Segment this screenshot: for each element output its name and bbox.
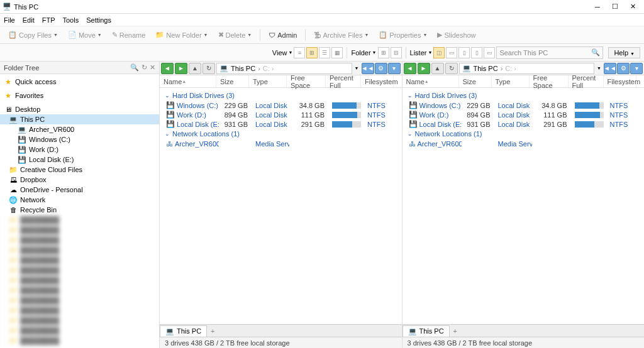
tab-add-button[interactable]: + [207,327,218,335]
breadcrumb[interactable]: 💻This PC›C: › [216,63,352,74]
drive-row[interactable]: 💾Work (D:)894 GBLocal Disk111 GBNTFS [402,110,645,119]
network-row[interactable]: 🖧Archer_VR600Media Server [402,139,645,148]
col-type[interactable]: Type [492,75,530,87]
lister-mode-1[interactable]: ◫ [433,47,445,58]
lister-mode-3[interactable]: ▯ [458,47,470,58]
tree-item-network[interactable]: 🌐Network [0,195,159,205]
file-list: ⌄Hard Disk Drives (3)💾Windows (C:)229 GB… [160,88,402,324]
drive-row[interactable]: 💾Work (D:)894 GBLocal Disk111 GBNTFS [160,110,402,119]
search-input[interactable]: Search This PC🔍 [496,46,603,59]
tree-item-desktop[interactable]: 🖥Desktop [0,104,159,114]
tree-item-favorites[interactable]: ★Favorites [0,90,159,101]
menubar: File Edit FTP Tools Settings [0,14,644,26]
view-label: View [272,49,287,57]
sidebar-close-icon[interactable]: ✕ [150,63,155,72]
move-button[interactable]: 📄Move▼ [64,29,106,41]
tree-item-blurred: 📁████████ [0,225,159,235]
col-pct[interactable]: Percent Full [326,75,361,87]
delete-button[interactable]: ✖Delete▼ [214,29,257,41]
col-free[interactable]: Free Space [287,75,326,87]
nav-up-button[interactable]: ▲ [189,63,201,74]
nav-refresh-button[interactable]: ↻ [445,63,458,74]
tree-item-dropbox[interactable]: 🗳Dropbox [0,175,159,185]
new-folder-button[interactable]: 📁New Folder▼ [151,29,212,41]
nav-settings-button[interactable]: ⚙ [375,63,387,74]
menu-ftp[interactable]: FTP [42,16,55,24]
nav-pin-button[interactable]: ◄◄ [362,63,374,74]
menu-edit[interactable]: Edit [23,16,35,24]
minimize-button[interactable]: ─ [589,1,606,13]
tree-item-this-pc[interactable]: 💻This PC [0,114,159,124]
menu-file[interactable]: File [4,16,15,24]
sidebar-refresh-icon[interactable]: ↻ [142,63,147,72]
network-row[interactable]: 🖧Archer_VR600Media Server [160,139,402,148]
nav-menu-button[interactable]: ▾ [388,63,401,74]
tree-item-blurred: 📁████████ [0,305,159,315]
help-button[interactable]: Help ▼ [608,47,640,58]
view-mode-4[interactable]: ▦ [331,47,343,58]
tree-item-local-disk-e-[interactable]: 💾Local Disk (E:) [0,155,159,165]
drive-row[interactable]: 💾Windows (C:)229 GBLocal Disk34.8 GBNTFS [402,101,645,110]
group-hard-disk-drives[interactable]: ⌄Hard Disk Drives (3) [160,90,402,101]
nav-refresh-button[interactable]: ↻ [203,63,215,74]
nav-back-button[interactable]: ◄ [161,63,174,74]
tree-item-creative-cloud-files[interactable]: 📁Creative Cloud Files [0,165,159,175]
slideshow-button[interactable]: ▶Slideshow [433,29,480,41]
nav-up-button[interactable]: ▲ [431,63,444,74]
tree-item-archer-vr600[interactable]: 💻Archer_VR600 [0,124,159,134]
view-mode-3[interactable]: ☰ [319,47,330,58]
navbar: ◄►▲↻💻This PC›C: ›▼◄◄⚙▾ [402,62,645,75]
col-fs[interactable]: Filesystem [361,75,394,87]
folder-mode-2[interactable]: ⊟ [391,47,402,58]
tree-item-onedrive-personal[interactable]: ☁OneDrive - Personal [0,185,159,195]
col-type[interactable]: Type [249,75,287,87]
col-pct[interactable]: Percent Full [569,75,604,87]
close-button[interactable]: ✕ [624,1,641,13]
tab-add-button[interactable]: + [450,327,461,335]
col-size[interactable]: Size [459,75,492,87]
tree-item-blurred: 📁████████ [0,285,159,295]
drive-row[interactable]: 💾Local Disk (E:)931 GBLocal Disk291 GBNT… [402,119,645,129]
col-free[interactable]: Free Space [530,75,569,87]
folder-mode-1[interactable]: ⊞ [378,47,389,58]
breadcrumb[interactable]: 💻This PC›C: › [459,63,595,74]
tree-item-blurred: 📁████████ [0,315,159,325]
nav-menu-button[interactable]: ▾ [630,63,643,74]
tree-item-work-d-[interactable]: 💾Work (D:) [0,144,159,155]
view-mode-1[interactable]: ≡ [294,47,305,58]
nav-forward-button[interactable]: ► [418,63,430,74]
tree-item-recycle-bin[interactable]: 🗑Recycle Bin [0,205,159,215]
tree-item-quick-access[interactable]: ★Quick access [0,77,159,87]
archive-button[interactable]: 🗜Archive Files▼ [309,30,373,41]
sidebar-search-icon[interactable]: 🔍 [130,63,139,72]
tab-this-pc[interactable]: 💻This PC [160,325,207,337]
admin-button[interactable]: 🛡Admin [264,30,301,41]
lister-mode-4[interactable]: ▯ [471,47,482,58]
copy-files-button[interactable]: 📋Copy Files▼ [4,29,62,41]
col-name[interactable]: Name ▲ [160,75,216,87]
nav-settings-button[interactable]: ⚙ [617,63,630,74]
menu-tools[interactable]: Tools [62,16,79,24]
nav-forward-button[interactable]: ► [175,63,187,74]
lister-mode-2[interactable]: ▭ [446,47,457,58]
nav-back-button[interactable]: ◄ [404,63,416,74]
view-mode-2[interactable]: ⊞ [306,47,318,58]
group-network-locations[interactable]: ⌄Network Locations (1) [160,129,402,139]
properties-button[interactable]: 📋Properties▼ [374,29,431,41]
tree-item-blurred: 📁████████ [0,215,159,225]
maximize-button[interactable]: ☐ [606,1,624,13]
col-fs[interactable]: Filesystem [604,75,636,87]
col-name[interactable]: Name ▲ [402,75,459,87]
drive-row[interactable]: 💾Local Disk (E:)931 GBLocal Disk291 GBNT… [160,119,402,129]
group-hard-disk-drives[interactable]: ⌄Hard Disk Drives (3) [402,90,645,101]
nav-pin-button[interactable]: ◄◄ [604,63,616,74]
column-headers: Name ▲SizeTypeFree SpacePercent FullFile… [160,75,402,88]
col-size[interactable]: Size [216,75,249,87]
drive-row[interactable]: 💾Windows (C:)229 GBLocal Disk34.8 GBNTFS [160,101,402,110]
tab-this-pc[interactable]: 💻This PC [402,325,450,337]
lister-mode-5[interactable]: ▭ [484,47,495,58]
tree-item-windows-c-[interactable]: 💾Windows (C:) [0,134,159,144]
group-network-locations[interactable]: ⌄Network Locations (1) [402,129,645,139]
rename-button[interactable]: ✎Rename [108,29,150,41]
menu-settings[interactable]: Settings [86,16,111,24]
